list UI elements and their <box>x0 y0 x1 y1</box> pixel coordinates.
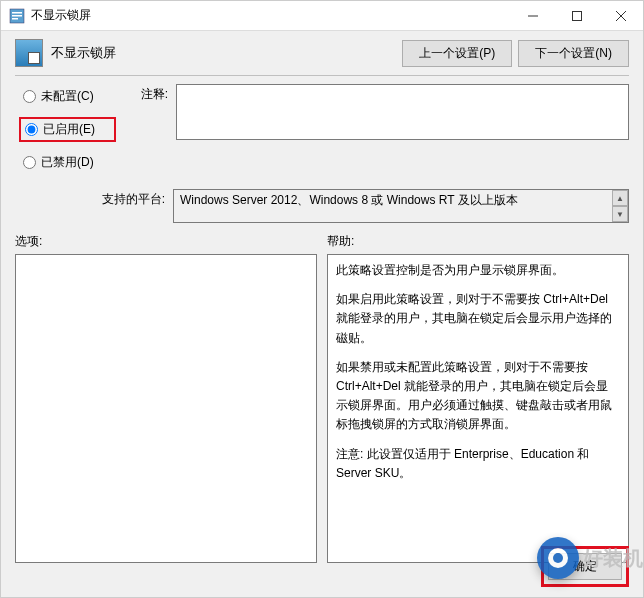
comment-section: 注释: <box>116 76 643 140</box>
options-box <box>15 254 317 563</box>
help-paragraph: 注意: 此设置仅适用于 Enterprise、Education 和 Serve… <box>336 445 620 483</box>
radio-not-configured[interactable]: 未配置(C) <box>19 86 116 107</box>
columns: 选项: 帮助: 此策略设置控制是否为用户显示锁屏界面。 如果启用此策略设置，则对… <box>1 223 643 563</box>
minimize-button[interactable] <box>511 1 555 31</box>
nav-buttons: 上一个设置(P) 下一个设置(N) <box>402 40 629 67</box>
close-icon <box>616 11 626 21</box>
svg-rect-5 <box>573 11 582 20</box>
scroll-down-button[interactable]: ▼ <box>612 206 628 222</box>
policy-editor-window: 不显示锁屏 不显示锁屏 上一个设置(P) 下一个设置(N) 未配置(C) <box>0 0 644 598</box>
scroll-up-button[interactable]: ▲ <box>612 190 628 206</box>
radio-disabled-label: 已禁用(D) <box>41 154 94 171</box>
options-column: 选项: <box>15 233 317 563</box>
platform-box: Windows Server 2012、Windows 8 或 Windows … <box>173 189 629 223</box>
policy-icon <box>15 39 43 67</box>
app-icon <box>9 8 25 24</box>
platform-section: 支持的平台: Windows Server 2012、Windows 8 或 W… <box>101 183 643 223</box>
next-setting-button[interactable]: 下一个设置(N) <box>518 40 629 67</box>
platform-label: 支持的平台: <box>101 189 173 208</box>
help-paragraph: 此策略设置控制是否为用户显示锁屏界面。 <box>336 261 620 280</box>
help-box: 此策略设置控制是否为用户显示锁屏界面。 如果启用此策略设置，则对于不需要按 Ct… <box>327 254 629 563</box>
radio-enabled-label: 已启用(E) <box>43 121 95 138</box>
titlebar: 不显示锁屏 <box>1 1 643 31</box>
radio-disabled[interactable]: 已禁用(D) <box>19 152 116 173</box>
radio-not-configured-input[interactable] <box>23 90 36 103</box>
state-radios: 未配置(C) 已启用(E) 已禁用(D) <box>1 76 116 183</box>
radio-enabled-input[interactable] <box>25 123 38 136</box>
help-paragraph: 如果启用此策略设置，则对于不需要按 Ctrl+Alt+Del 就能登录的用户，其… <box>336 290 620 348</box>
chevron-down-icon: ▼ <box>616 210 624 219</box>
chevron-up-icon: ▲ <box>616 194 624 203</box>
policy-title: 不显示锁屏 <box>51 44 402 62</box>
close-button[interactable] <box>599 1 643 31</box>
comment-label: 注释: <box>116 84 176 103</box>
help-paragraph: 如果禁用或未配置此策略设置，则对于不需要按 Ctrl+Alt+Del 就能登录的… <box>336 358 620 435</box>
comment-input[interactable] <box>176 84 629 140</box>
radio-not-configured-label: 未配置(C) <box>41 88 94 105</box>
maximize-button[interactable] <box>555 1 599 31</box>
window-controls <box>511 1 643 31</box>
prev-setting-button[interactable]: 上一个设置(P) <box>402 40 512 67</box>
ok-button[interactable]: 确定 <box>548 553 622 580</box>
ok-highlight: 确定 <box>541 546 629 587</box>
minimize-icon <box>528 11 538 21</box>
radio-enabled[interactable]: 已启用(E) <box>19 117 116 142</box>
radio-disabled-input[interactable] <box>23 156 36 169</box>
header-row: 不显示锁屏 上一个设置(P) 下一个设置(N) <box>1 31 643 75</box>
svg-rect-2 <box>12 15 22 17</box>
help-column: 帮助: 此策略设置控制是否为用户显示锁屏界面。 如果启用此策略设置，则对于不需要… <box>327 233 629 563</box>
platform-text: Windows Server 2012、Windows 8 或 Windows … <box>180 193 518 207</box>
options-label: 选项: <box>15 233 317 250</box>
maximize-icon <box>572 11 582 21</box>
svg-rect-3 <box>12 18 18 20</box>
help-label: 帮助: <box>327 233 629 250</box>
footer: 确定 <box>541 546 629 587</box>
window-title: 不显示锁屏 <box>31 7 511 24</box>
svg-rect-1 <box>12 12 22 14</box>
